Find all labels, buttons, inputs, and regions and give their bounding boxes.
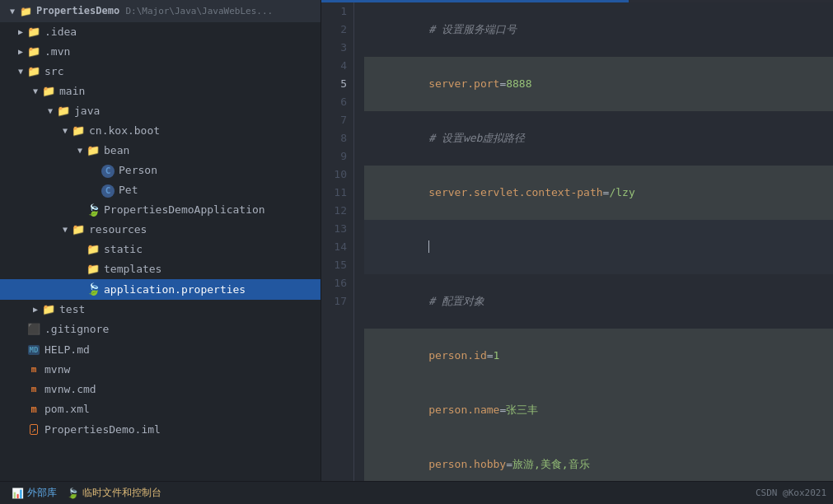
src-folder-icon: 📁 [26, 63, 41, 80]
idea-label: .idea [44, 24, 321, 40]
sidebar-item-resources[interactable]: ▼ 📁 resources [0, 220, 321, 240]
person-label: Person [119, 162, 321, 179]
test-arrow: ▶ [30, 301, 41, 318]
sidebar-item-app[interactable]: 🍃 PropertiesDemoApplication [0, 200, 321, 220]
mvnw-icon: m [26, 362, 41, 378]
line-num-4: 4 [328, 57, 347, 75]
line-numbers: 1 2 3 4 5 6 7 8 9 10 11 12 13 14 15 16 1… [321, 2, 354, 481]
bottom-bar: 📊 外部库 🍃 临时文件和控制台 CSDN @Kox2021 [0, 481, 833, 504]
line-num-16: 16 [328, 274, 347, 292]
main-label: main [59, 83, 321, 100]
app-label: PropertiesDemoApplication [104, 202, 321, 218]
sidebar-item-pomxml[interactable]: m pom.xml [0, 399, 321, 419]
sidebar-item-java[interactable]: ▼ 📁 java [0, 101, 321, 121]
templates-label: templates [104, 261, 321, 278]
mvn-arrow: ▶ [15, 44, 26, 60]
pomxml-label: pom.xml [44, 401, 321, 418]
mvn-folder-icon: 📁 [26, 44, 41, 60]
code-value-7: 1 [494, 349, 500, 362]
csdn-label: CSDN @Kox2021 [756, 488, 826, 498]
code-value-8: 张三丰 [506, 404, 538, 416]
person-class-icon: C [101, 162, 115, 179]
sidebar-item-application-properties[interactable]: 🍃 application.properties [0, 279, 321, 300]
main-folder-icon: 📁 [41, 83, 56, 100]
static-label: static [104, 241, 321, 258]
templates-folder-icon: 📁 [86, 261, 101, 278]
mvnwcmd-icon: m [26, 381, 41, 398]
scrollbar-indicator[interactable] [321, 0, 629, 2]
library-icon: 📊 [12, 488, 24, 499]
sidebar-item-static[interactable]: 📁 static [0, 240, 321, 259]
line-num-10: 10 [328, 166, 347, 184]
sidebar-item-idea[interactable]: ▶ 📁 .idea [0, 22, 321, 42]
sidebar-item-iml[interactable]: ↗ PropertiesDemo.iml [0, 419, 321, 440]
gitignore-icon: ⬛ [26, 321, 41, 338]
editor-panel: 1 2 3 4 5 6 7 8 9 10 11 12 13 14 15 16 1… [321, 0, 833, 481]
line-num-13: 13 [328, 220, 347, 238]
code-line-9: person.hobby=旅游,美食,音乐 [364, 437, 833, 481]
line-num-12: 12 [328, 202, 347, 220]
project-arrow: ▼ [7, 3, 18, 20]
code-key-7: person.id [428, 349, 486, 362]
sidebar-item-gitignore[interactable]: ⬛ .gitignore [0, 320, 321, 339]
bean-arrow: ▼ [74, 142, 86, 159]
code-editor[interactable]: # 设置服务端口号 server.port=8888 # 设置web虚拟路径 s… [354, 2, 833, 481]
resources-arrow: ▼ [59, 222, 71, 238]
pet-class-icon: C [101, 182, 115, 198]
idea-arrow: ▶ [15, 24, 26, 40]
line-num-5: 5 [328, 75, 347, 93]
helpmd-label: HELP.md [44, 342, 321, 358]
code-line-3: # 设置web虚拟路径 [364, 111, 833, 166]
code-value-2: 8888 [506, 77, 531, 90]
line-num-14: 14 [328, 238, 347, 256]
project-root[interactable]: ▼ 📁 PropertiesDemo D:\Major\Java\JavaWeb… [0, 0, 321, 22]
src-arrow: ▼ [15, 63, 26, 80]
package-icon: 📁 [71, 123, 86, 139]
temp-icon: 🍃 [67, 488, 79, 499]
temp-label: 临时文件和控制台 [82, 486, 161, 500]
sidebar-item-mvnwcmd[interactable]: m mvnw.cmd [0, 380, 321, 399]
code-key-2: server.port [428, 77, 499, 90]
pomxml-icon: m [26, 401, 41, 418]
code-line-8: person.name=张三丰 [364, 383, 833, 437]
test-label: test [59, 301, 321, 318]
code-line-7: person.id=1 [364, 329, 833, 383]
line-num-8: 8 [328, 129, 347, 147]
sidebar-item-person[interactable]: C Person [0, 161, 321, 180]
static-folder-icon: 📁 [86, 241, 101, 258]
gitignore-label: .gitignore [44, 321, 321, 338]
line-num-6: 6 [328, 93, 347, 111]
bottom-temp[interactable]: 🍃 临时文件和控制台 [62, 484, 166, 502]
java-folder-icon: 📁 [56, 103, 71, 119]
sidebar-item-src[interactable]: ▼ 📁 src [0, 62, 321, 82]
code-key-4: server.servlet.context-path [428, 186, 602, 198]
code-value-9: 旅游,美食,音乐 [512, 458, 590, 470]
line-num-17: 17 [328, 292, 347, 310]
appprops-label: application.properties [104, 282, 321, 298]
resources-label: resources [89, 222, 321, 238]
sidebar-item-main[interactable]: ▼ 📁 main [0, 82, 321, 101]
resources-folder-icon: 📁 [71, 222, 86, 238]
bean-folder-icon: 📁 [86, 142, 101, 159]
app-spring-icon: 🍃 [86, 202, 101, 218]
sidebar-item-pet[interactable]: C Pet [0, 180, 321, 200]
mvn-label: .mvn [44, 44, 321, 60]
sidebar-item-mvn[interactable]: ▶ 📁 .mvn [0, 42, 321, 62]
line-num-2: 2 [328, 21, 347, 39]
sidebar-item-package[interactable]: ▼ 📁 cn.kox.boot [0, 121, 321, 141]
helpmd-icon: MD [26, 341, 41, 358]
sidebar-item-mvnw[interactable]: m mvnw [0, 360, 321, 380]
code-key-8: person.name [428, 404, 499, 416]
java-label: java [74, 103, 321, 119]
sidebar-item-test[interactable]: ▶ 📁 test [0, 300, 321, 320]
sidebar-item-bean[interactable]: ▼ 📁 bean [0, 141, 321, 161]
java-arrow: ▼ [44, 103, 56, 119]
code-key-9: person.hobby [428, 458, 506, 470]
bean-label: bean [104, 142, 321, 159]
sidebar-item-templates[interactable]: 📁 templates [0, 259, 321, 279]
cursor-marker [428, 240, 436, 253]
main-arrow: ▼ [30, 83, 41, 100]
sidebar-item-helpmd[interactable]: MD HELP.md [0, 339, 321, 360]
bottom-library[interactable]: 📊 外部库 [7, 484, 62, 502]
src-label: src [44, 63, 321, 80]
